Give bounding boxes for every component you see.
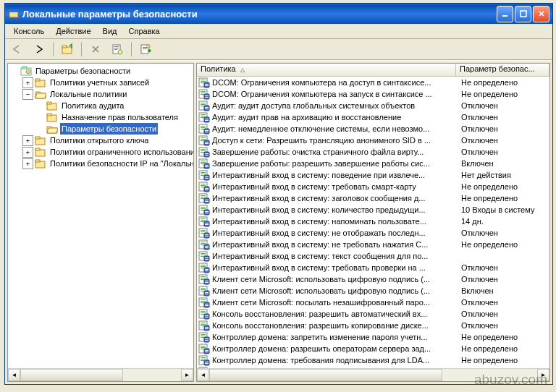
policy-name: Интерактивный вход в систему: количество…: [212, 205, 426, 214]
svg-rect-69: [204, 140, 209, 145]
policy-row[interactable]: Контроллер домена: требования подписыван…: [197, 354, 549, 366]
expand-icon[interactable]: +: [22, 147, 33, 158]
policy-row[interactable]: Доступ к сети: Разрешить трансляцию анон…: [197, 135, 549, 146]
policy-row[interactable]: Интерактивный вход в систему: требовать …: [197, 181, 549, 192]
policy-row[interactable]: Консоль восстановления: разрешить автома…: [197, 308, 549, 320]
policy-value: Отключен: [458, 101, 549, 110]
menu-view[interactable]: Вид: [97, 25, 123, 37]
tree-public-key[interactable]: + Политики открытого ключа: [9, 135, 193, 146]
scroll-left-button[interactable]: ◄: [197, 369, 209, 381]
policy-row[interactable]: Интерактивный вход в систему: требовать …: [197, 262, 549, 273]
svg-rect-115: [201, 218, 206, 219]
tree-ipsec[interactable]: + Политики безопасности IP на "Локальный…: [9, 158, 193, 169]
toolbar-separator: [53, 42, 54, 56]
svg-rect-67: [201, 139, 206, 140]
column-policy[interactable]: Политика△: [197, 64, 456, 76]
tree-local-policies[interactable]: − Локальные политики: [9, 88, 193, 100]
expand-icon[interactable]: +: [22, 158, 33, 169]
expand-icon[interactable]: +: [22, 77, 33, 88]
policy-value: Не определено: [458, 194, 549, 203]
policy-row[interactable]: DCOM: Ограничения компьютера на запуск в…: [197, 88, 549, 100]
tree-account-policies[interactable]: + Политики учетных записей: [9, 77, 193, 88]
policy-row[interactable]: Аудит: аудит прав на архивацию и восстан…: [197, 111, 549, 123]
title-bar[interactable]: Локальные параметры безопасности: [5, 4, 552, 24]
tree-pane[interactable]: Параметры безопасности + Политики учетны…: [7, 63, 194, 382]
svg-rect-182: [205, 327, 208, 328]
svg-rect-48: [204, 106, 209, 111]
svg-rect-85: [205, 166, 208, 167]
close-button[interactable]: [533, 6, 549, 22]
policy-name: Интерактивный вход в систему: текст сооб…: [212, 252, 428, 260]
policy-row[interactable]: Завершение работы: очистка страничного ф…: [197, 146, 549, 158]
scroll-track[interactable]: [209, 369, 537, 381]
policy-row[interactable]: Интерактивный вход в систему: текст сооб…: [197, 250, 549, 262]
scroll-thumb[interactable]: [209, 369, 442, 381]
export-list-button[interactable]: [136, 41, 155, 58]
tree-root[interactable]: Параметры безопасности: [9, 65, 193, 77]
policy-row[interactable]: Интерактивный вход в систему: напоминать…: [197, 216, 549, 227]
svg-rect-64: [205, 132, 208, 132]
policy-row[interactable]: DCOM: Ограничения компьютера на доступ в…: [197, 77, 549, 88]
menu-console[interactable]: Консоль: [8, 25, 50, 37]
policy-row[interactable]: Аудит: немедленное отключение системы, е…: [197, 123, 549, 135]
policy-row[interactable]: Интерактивный вход в систему: не отображ…: [197, 227, 549, 239]
svg-rect-92: [205, 178, 208, 179]
minimize-button[interactable]: [497, 6, 513, 22]
policy-name: Клиент сети Microsoft: использовать цифр…: [212, 286, 430, 295]
scroll-thumb[interactable]: [20, 369, 123, 381]
scroll-left-button[interactable]: ◄: [8, 369, 20, 381]
up-button[interactable]: [58, 41, 77, 58]
policy-row[interactable]: Завершение работы: разрешить завершение …: [197, 158, 549, 169]
back-button[interactable]: [8, 41, 27, 58]
forward-button[interactable]: [30, 41, 49, 58]
maximize-button[interactable]: [515, 6, 531, 22]
svg-rect-70: [205, 142, 208, 142]
scroll-right-button[interactable]: ►: [537, 369, 549, 381]
policy-name: Интерактивный вход в систему: поведение …: [212, 171, 425, 179]
policy-name: Интерактивный вход в систему: не отображ…: [212, 229, 426, 237]
policy-value: Не определено: [458, 182, 549, 191]
svg-rect-157: [201, 288, 206, 289]
svg-rect-168: [205, 304, 208, 304]
policy-row[interactable]: Аудит: аудит доступа глобальных системны…: [197, 100, 549, 111]
policy-row[interactable]: Клиент сети Microsoft: посылать незашифр…: [197, 297, 549, 308]
column-setting[interactable]: Параметр безопас...: [456, 64, 549, 76]
policy-row[interactable]: Интерактивный вход в систему: поведение …: [197, 169, 549, 181]
policy-row[interactable]: Интерактивный вход в систему: не требова…: [197, 239, 549, 250]
scroll-right-button[interactable]: ►: [181, 369, 193, 381]
policy-value: Не определено: [458, 333, 549, 341]
svg-rect-43: [205, 97, 208, 98]
svg-rect-185: [201, 334, 206, 335]
policy-row[interactable]: Контроллер домена: разрешить операторам …: [197, 343, 549, 354]
svg-rect-76: [204, 152, 209, 157]
tree-user-rights[interactable]: Назначение прав пользователя: [9, 111, 193, 123]
policy-value: Не определено: [458, 78, 549, 87]
svg-point-14: [147, 45, 150, 48]
svg-rect-81: [201, 162, 206, 163]
properties-button[interactable]: [108, 41, 127, 58]
policy-value: Отключен: [458, 148, 549, 156]
scroll-track[interactable]: [20, 369, 181, 381]
expand-icon[interactable]: +: [22, 135, 33, 146]
policy-row[interactable]: Интерактивный вход в систему: заголовок …: [197, 192, 549, 204]
tree-audit-policy[interactable]: Политика аудита: [9, 100, 193, 111]
menu-help[interactable]: Справка: [123, 25, 166, 37]
policy-row[interactable]: Консоль восстановления: разрешить копиро…: [197, 320, 549, 331]
svg-rect-183: [205, 328, 208, 329]
menu-action[interactable]: Действие: [50, 25, 96, 37]
svg-rect-55: [204, 117, 209, 122]
policy-row[interactable]: Клиент сети Microsoft: использовать цифр…: [197, 285, 549, 297]
svg-rect-7: [114, 46, 119, 47]
tree-software-restriction[interactable]: + Политики ограниченного использования п…: [9, 146, 193, 158]
policy-row[interactable]: Интерактивный вход в систему: количество…: [197, 204, 549, 216]
list-body[interactable]: DCOM: Ограничения компьютера на доступ в…: [197, 77, 549, 368]
svg-rect-126: [205, 234, 208, 235]
delete-button[interactable]: [86, 41, 105, 58]
tree-security-options[interactable]: Параметры безопасности: [9, 123, 193, 135]
svg-rect-105: [205, 200, 208, 200]
policy-row[interactable]: Контроллер домена: запретить изменение п…: [197, 331, 549, 343]
collapse-icon[interactable]: −: [22, 89, 33, 100]
policy-row[interactable]: Клиент сети Microsoft: использовать цифр…: [197, 273, 549, 285]
policy-name: Интерактивный вход в систему: требовать …: [212, 263, 426, 272]
svg-rect-189: [205, 338, 208, 339]
